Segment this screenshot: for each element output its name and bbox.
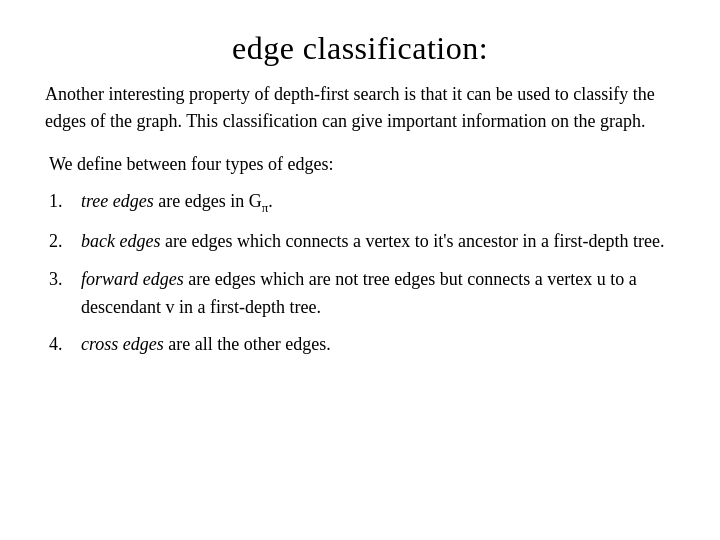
define-line: We define between four types of edges: xyxy=(49,151,675,178)
list-number: 1. xyxy=(49,188,81,216)
list-item: 4. cross edges are all the other edges. xyxy=(49,331,675,359)
intro-paragraph: Another interesting property of depth-fi… xyxy=(45,81,675,135)
subscript-pi: π xyxy=(262,200,269,215)
term-back-edges: back edges xyxy=(81,231,160,251)
slide-title: edge classification: xyxy=(45,30,675,67)
list-item: 1. tree edges are edges in Gπ. xyxy=(49,188,675,218)
edge-types-list: 1. tree edges are edges in Gπ. 2. back e… xyxy=(49,188,675,369)
slide-container: edge classification: Another interesting… xyxy=(0,0,720,540)
list-item: 2. back edges are edges which connects a… xyxy=(49,228,675,256)
list-text-4: are all the other edges. xyxy=(164,334,331,354)
list-number: 4. xyxy=(49,331,81,359)
list-content: forward edges are edges which are not tr… xyxy=(81,266,675,322)
list-content: cross edges are all the other edges. xyxy=(81,331,675,359)
list-content: back edges are edges which connects a ve… xyxy=(81,228,675,256)
list-content: tree edges are edges in Gπ. xyxy=(81,188,675,218)
term-cross-edges: cross edges xyxy=(81,334,164,354)
list-text-1: are edges in Gπ. xyxy=(154,191,273,211)
list-text-2: are edges which connects a vertex to it'… xyxy=(160,231,664,251)
list-number: 3. xyxy=(49,266,81,294)
term-tree-edges: tree edges xyxy=(81,191,154,211)
term-forward-edges: forward edges xyxy=(81,269,184,289)
list-item: 3. forward edges are edges which are not… xyxy=(49,266,675,322)
list-number: 2. xyxy=(49,228,81,256)
